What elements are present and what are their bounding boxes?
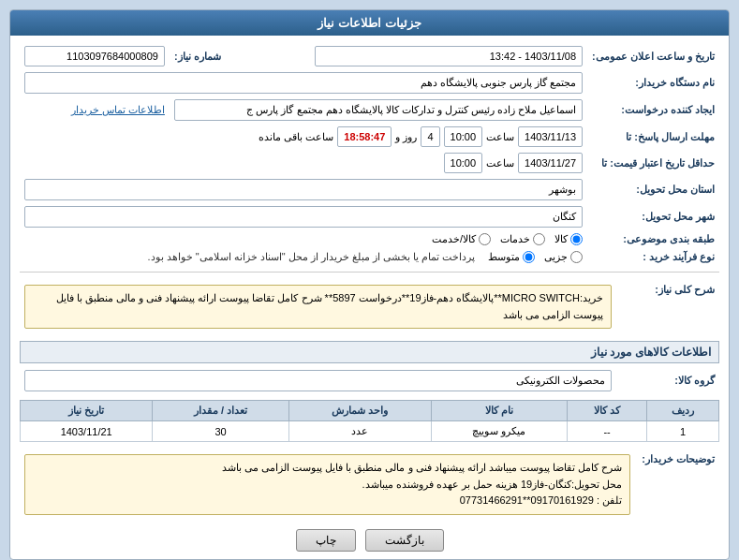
col-vahed: واحد شمارش xyxy=(288,401,431,421)
noe-row: جزیی متوسط پرداخت تمام یا بخشی از مبلغ خ… xyxy=(24,251,583,263)
noe-radio-group: جزیی متوسط xyxy=(488,251,583,263)
nam-dastgah-value: مجتمع گاز پارس جنوبی پالایشگاه دهم xyxy=(24,72,583,94)
col-tedad: تعداد / مقدار xyxy=(153,401,289,421)
tozih-value-cell: شرح کامل تقاضا پیوست میباشد ارائه پیشنها… xyxy=(20,448,635,522)
radio-motovaset-label: متوسط xyxy=(488,251,520,263)
ettelaat-tamas-link[interactable]: اطلاعات تماس خریدار xyxy=(71,104,165,115)
gorohe-label: گروه کالا: xyxy=(616,367,719,394)
nam-dastgah-value-cell: مجتمع گاز پارس جنوبی پالایشگاه دهم xyxy=(20,69,587,96)
ostan-label: استان محل تحویل: xyxy=(587,176,719,203)
cell-kod_kala: -- xyxy=(568,421,647,442)
jadval-value-cell: 1403/11/27 ساعت 10:00 xyxy=(20,150,587,176)
mohlat-baqi: 18:58:47 xyxy=(337,126,392,147)
col-nam: نام کالا xyxy=(431,401,567,421)
col-kod: کد کالا xyxy=(568,401,647,421)
shahr-value: کنگان xyxy=(24,206,583,228)
tarikh-value: 1403/11/08 - 13:42 xyxy=(315,46,583,66)
radio-khadamat-item: خدمات xyxy=(500,233,545,245)
noe-value-cell: جزیی متوسط پرداخت تمام یا بخشی از مبلغ خ… xyxy=(20,248,587,266)
roz-label: روز و xyxy=(395,131,417,143)
jadval-date: 1403/11/27 xyxy=(518,153,583,173)
mohlat-date: 1403/11/13 xyxy=(518,126,583,147)
gorohe-value-cell: محصولات الکترونیکی xyxy=(20,367,616,394)
radio-khadamat-label: خدمات xyxy=(500,233,530,245)
saat-label: ساعت xyxy=(486,131,514,143)
tozih-value: شرح کامل تقاضا پیوست میباشد ارائه پیشنها… xyxy=(24,454,630,515)
col-radif: ردیف xyxy=(647,401,719,421)
table-row: 1--میکرو سوییچعدد301403/11/21 xyxy=(21,421,719,442)
card-header: جزئیات اطلاعات نیاز xyxy=(10,10,729,36)
radio-kala-khadamat[interactable] xyxy=(479,233,491,245)
radio-kala-label: کالا xyxy=(554,233,568,245)
jadval-time: 10:00 xyxy=(444,153,483,173)
btn-bazgasht[interactable]: بازگشت xyxy=(365,529,444,552)
mohlat-row: 1403/11/13 ساعت 10:00 4 روز و 18:58:47 س… xyxy=(24,126,583,147)
radio-jozii[interactable] xyxy=(570,251,583,263)
mohlat-value-cell: 1403/11/13 ساعت 10:00 4 روز و 18:58:47 س… xyxy=(20,124,587,150)
ijad-value-cell: اسماعیل ملاح زاده رئیس کنترل و تدارکات ک… xyxy=(170,96,587,124)
cell-nam_kala: میکرو سوییچ xyxy=(431,421,567,442)
mohlat-roz: 4 xyxy=(421,126,439,147)
shahr-value-cell: کنگان xyxy=(20,203,587,230)
tozih-table: توضیحات خریدار: شرح کامل تقاضا پیوست میب… xyxy=(20,448,719,522)
sharh-table: شرح کلی نیاز: خرید:MICRO SWITCH**پالایشگ… xyxy=(20,278,719,335)
shomara-value-cell: 1103097684000809 xyxy=(20,43,170,69)
card-body: تاریخ و ساعت اعلان عمومی: 1403/11/08 - 1… xyxy=(10,36,729,559)
tozih-label: توضیحات خریدار: xyxy=(635,448,719,522)
ijad-label: ایجاد کننده درخواست: xyxy=(587,96,719,124)
mohlat-time: 10:00 xyxy=(444,126,483,147)
radio-jozii-label: جزیی xyxy=(544,251,568,263)
ostan-value: بوشهر xyxy=(24,179,583,200)
radio-jozii-item: جزیی xyxy=(544,251,583,263)
sharh-koli-label: شرح کلی نیاز: xyxy=(616,278,719,335)
tabagheh-value-cell: کالا خدمات کالا/خدمت xyxy=(20,230,587,248)
jadval-label: حداقل تاریخ اعتبار قیمت: تا xyxy=(587,150,719,176)
page-title: جزئیات اطلاعات نیاز xyxy=(318,16,421,30)
cell-tarikh: 1403/11/21 xyxy=(21,421,153,442)
tarikh-value-cell: 1403/11/08 - 13:42 xyxy=(310,43,587,69)
radio-khadamat[interactable] xyxy=(533,233,545,245)
cell-radif: 1 xyxy=(647,421,719,442)
tarikh-label: تاریخ و ساعت اعلان عمومی: xyxy=(587,43,719,69)
shahr-label: شهر محل تحویل: xyxy=(587,203,719,230)
cell-tedad: 30 xyxy=(153,421,289,442)
radio-motovaset[interactable] xyxy=(523,251,535,263)
info-table-top: تاریخ و ساعت اعلان عمومی: 1403/11/08 - 1… xyxy=(20,43,719,266)
divider1 xyxy=(20,272,719,273)
jadval-row: 1403/11/27 ساعت 10:00 xyxy=(24,153,583,173)
main-card: جزئیات اطلاعات نیاز تاریخ و ساعت اعلان ع… xyxy=(9,9,730,560)
shomara-value: 1103097684000809 xyxy=(24,46,165,66)
btn-chap[interactable]: چاپ xyxy=(296,529,356,552)
noe-note: پرداخت تمام یا بخشی از مبلغ خریدار از مح… xyxy=(148,251,476,263)
gorohe-value: محصولات الکترونیکی xyxy=(24,370,612,391)
ettelaat-tamas-cell: اطلاعات تماس خریدار xyxy=(20,96,170,124)
radio-motovaset-item: متوسط xyxy=(488,251,535,263)
nam-dastgah-label: نام دستگاه خریدار: xyxy=(587,69,719,96)
tabagheh-label: طبقه بندی موضوعی: xyxy=(587,230,719,248)
kala-table: ردیف کد کالا نام کالا واحد شمارش تعداد /… xyxy=(20,400,719,442)
noe-label: نوع فرآیند خرید : xyxy=(587,248,719,266)
ostan-value-cell: بوشهر xyxy=(20,176,587,203)
saat-baqi-label: ساعت باقی مانده xyxy=(259,131,333,143)
radio-kala[interactable] xyxy=(570,233,583,245)
radio-kala-khadamat-label: کالا/خدمت xyxy=(432,233,476,245)
ijad-value: اسماعیل ملاح زاده رئیس کنترل و تدارکات ک… xyxy=(174,99,583,121)
radio-kala-item: کالا xyxy=(554,233,583,245)
button-row: بازگشت چاپ xyxy=(20,529,719,552)
sharh-koli-value-cell: خرید:MICRO SWITCH**پالایشگاه دهم-فاز19**… xyxy=(20,278,616,335)
mohlat-label: مهلت ارسال پاسخ: تا xyxy=(587,124,719,150)
sharh-koli-value: خرید:MICRO SWITCH**پالایشگاه دهم-فاز19**… xyxy=(24,285,612,329)
main-container: جزئیات اطلاعات نیاز تاریخ و ساعت اعلان ع… xyxy=(0,0,739,560)
cell-vahed: عدد xyxy=(288,421,431,442)
col-tarikh: تاریخ نیاز xyxy=(21,401,153,421)
gorohe-table: گروه کالا: محصولات الکترونیکی xyxy=(20,367,719,394)
tabagheh-radio-group: کالا خدمات کالا/خدمت xyxy=(24,233,583,245)
radio-kala-khadamat-item: کالا/خدمت xyxy=(432,233,491,245)
ettelaat-kala-title: اطلاعات کالاهای مورد نیاز xyxy=(20,341,719,363)
shomara-label: شماره نیاز: xyxy=(170,43,273,69)
jadval-saat-label: ساعت xyxy=(486,157,514,169)
